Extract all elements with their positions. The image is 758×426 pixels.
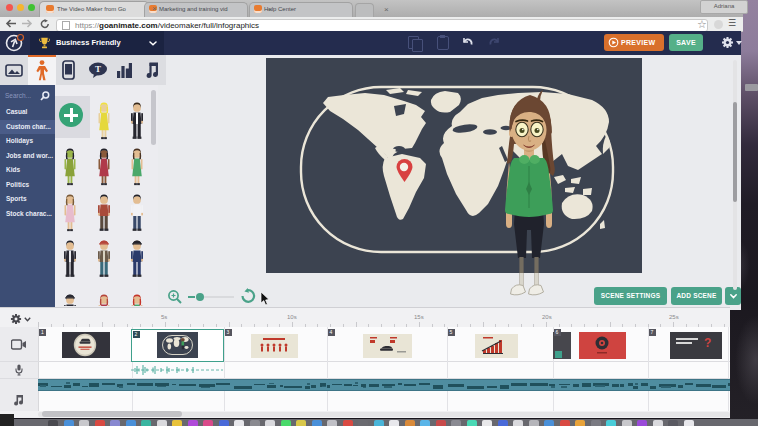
svg-text:T: T bbox=[95, 64, 101, 74]
